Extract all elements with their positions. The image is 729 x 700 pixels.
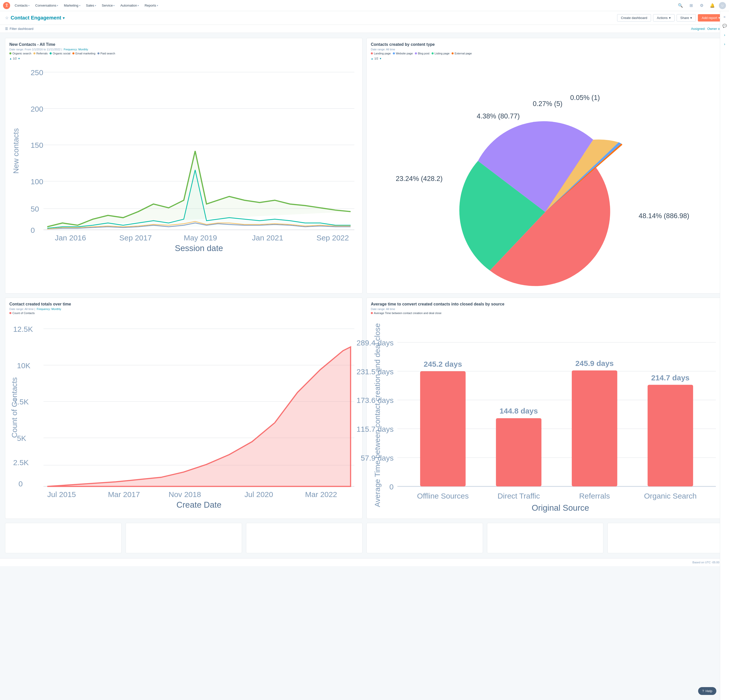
count-contacts-dot [9, 312, 12, 314]
title-dropdown-icon[interactable]: ▾ [63, 16, 65, 20]
nav-conversations[interactable]: Conversations ▾ [33, 3, 61, 8]
svg-text:Jul 2020: Jul 2020 [244, 490, 273, 498]
chart3-legend: Count of Contacts [9, 312, 358, 315]
legend-item-email-marketing: Email marketing [73, 52, 96, 55]
hubspot-logo[interactable] [3, 2, 10, 9]
collapse-panel-icon[interactable]: « [721, 13, 728, 20]
chart3-title: Contact created totals over time [9, 302, 358, 306]
legend-item-listing-page: Listing page [431, 52, 450, 55]
chart1-next-arrow[interactable]: ▼ [18, 57, 20, 60]
svg-rect-58 [420, 371, 466, 487]
svg-text:Jan 2021: Jan 2021 [252, 234, 283, 242]
svg-text:Mar 2022: Mar 2022 [305, 490, 337, 498]
chart2-prev-arrow[interactable]: ▲ [371, 57, 373, 60]
apps-icon[interactable]: ⊞ [687, 1, 695, 10]
svg-text:0: 0 [19, 479, 23, 488]
actions-button[interactable]: Actions ▾ [653, 14, 675, 22]
filter-bar: ☰ Filter dashboard Assigned: Owner only [0, 25, 729, 33]
bottom-card-6 [607, 523, 724, 553]
svg-text:200: 200 [30, 105, 43, 113]
svg-text:Nov 2018: Nov 2018 [168, 490, 201, 498]
navigation: Contacts ▾ Conversations ▾ Marketing ▾ S… [0, 0, 729, 11]
charts-row-2: Contact created totals over time Date ra… [5, 298, 724, 519]
chevron-icon: ▾ [57, 4, 58, 7]
nav-service[interactable]: Service ▾ [99, 3, 117, 8]
website-page-dot [393, 52, 395, 54]
svg-text:50: 50 [30, 205, 39, 213]
chevron-icon: ▾ [157, 4, 158, 7]
nav-reports[interactable]: Reports ▾ [142, 3, 161, 8]
chart2-svg: 48.14% (886.98) 23.91% (440.45) 23.24% (… [371, 62, 720, 287]
legend-item-avg-time: Average Time between contact creation an… [371, 312, 441, 315]
svg-text:Create Date: Create Date [176, 500, 221, 510]
landing-page-dot [371, 52, 373, 54]
main-content: New Contacts - All Time Date range: From… [0, 33, 729, 558]
chart2-pie-container: 48.14% (886.98) 23.91% (440.45) 23.24% (… [371, 60, 720, 289]
new-contacts-chart-card: New Contacts - All Time Date range: From… [5, 38, 363, 293]
chart3-area: 12.5K 10K 7.5K 5K 2.5K 0 Count of Contac… [9, 317, 358, 499]
svg-text:144.8 days: 144.8 days [500, 407, 538, 415]
referrals-dot [33, 52, 35, 54]
chart2-pagination: ▲ 1/2 ▼ [371, 57, 720, 60]
organic-social-dot [49, 52, 52, 54]
page-header: ☆ Contact Engagement ▾ Create dashboard … [0, 11, 729, 25]
svg-text:0.05% (1): 0.05% (1) [570, 94, 600, 102]
legend-item-paid-search: Paid search [97, 52, 115, 55]
notifications-icon[interactable]: 🔔 [708, 1, 716, 10]
settings-icon[interactable]: ⚙ [698, 1, 706, 10]
external-page-dot [452, 52, 454, 54]
chart3-frequency-link[interactable]: Frequency: Monthly [37, 308, 61, 311]
chat-icon[interactable]: 💬 [721, 22, 728, 29]
nav-marketing[interactable]: Marketing ▾ [61, 3, 83, 8]
paid-search-dot [97, 52, 99, 54]
charts-row-1: New Contacts - All Time Date range: From… [5, 38, 724, 293]
bottom-card-1 [5, 523, 122, 553]
chart4-meta: Date range: All time [371, 308, 720, 311]
chart1-title: New Contacts - All Time [9, 42, 358, 47]
chart1-prev-arrow[interactable]: ▲ [9, 57, 12, 60]
svg-text:12.5K: 12.5K [13, 325, 33, 333]
chart2-legend: Landing page Website page Blog post List… [371, 52, 720, 55]
chart4-svg: Average Time between contact creation an… [371, 317, 720, 514]
chart4-area: Average Time between contact creation an… [371, 317, 720, 514]
svg-rect-62 [572, 370, 617, 487]
favorite-icon[interactable]: ☆ [5, 16, 9, 20]
search-icon[interactable]: 🔍 [676, 1, 684, 10]
right-panel-arrow-1[interactable]: › [721, 31, 728, 38]
create-dashboard-button[interactable]: Create dashboard [617, 14, 651, 22]
chart1-svg: 250 200 150 100 50 0 New contacts [9, 60, 358, 242]
legend-item-organic-search: Organic search [9, 52, 31, 55]
svg-text:Offline Sources: Offline Sources [417, 492, 469, 500]
bottom-card-4 [366, 523, 483, 553]
chart1-pagination: ▲ 1/2 ▼ [9, 57, 358, 60]
chart1-area: 250 200 150 100 50 0 New contacts [9, 60, 358, 243]
nav-items: Contacts ▾ Conversations ▾ Marketing ▾ S… [12, 3, 676, 8]
legend-item-referrals: Referrals [33, 52, 48, 55]
share-button[interactable]: Share ▾ [677, 14, 696, 22]
bottom-card-3 [246, 523, 363, 553]
legend-item-organic-social: Organic social [49, 52, 70, 55]
svg-text:245.9 days: 245.9 days [575, 359, 614, 367]
svg-text:Count of Contacts: Count of Contacts [10, 377, 19, 438]
organic-search-dot [9, 52, 12, 54]
filter-dashboard-button[interactable]: ☰ Filter dashboard [5, 27, 33, 30]
avg-time-dot [371, 312, 373, 314]
chart1-frequency-link[interactable]: Frequency: Monthly [64, 48, 88, 51]
right-panel-arrow-2[interactable]: › [721, 41, 728, 48]
share-chevron-icon: ▾ [690, 16, 692, 20]
user-avatar[interactable]: U [719, 2, 726, 9]
blog-post-dot [415, 52, 417, 54]
chevron-icon: ▾ [113, 4, 115, 7]
right-panel: « 💬 › › [720, 11, 729, 566]
chart2-next-arrow[interactable]: ▼ [379, 57, 382, 60]
svg-text:150: 150 [30, 141, 43, 149]
svg-text:May 2019: May 2019 [184, 234, 217, 242]
svg-text:4.38% (80.77): 4.38% (80.77) [476, 112, 520, 120]
chart1-meta: Date range: From 1/1/2016 to 11/11/2022 … [9, 48, 358, 51]
nav-automation[interactable]: Automation ▾ [118, 3, 141, 8]
nav-sales[interactable]: Sales ▾ [84, 3, 99, 8]
chevron-icon: ▾ [28, 4, 30, 7]
legend-item-website-page: Website page [393, 52, 413, 55]
nav-contacts[interactable]: Contacts ▾ [12, 3, 32, 8]
svg-text:10K: 10K [17, 362, 30, 370]
